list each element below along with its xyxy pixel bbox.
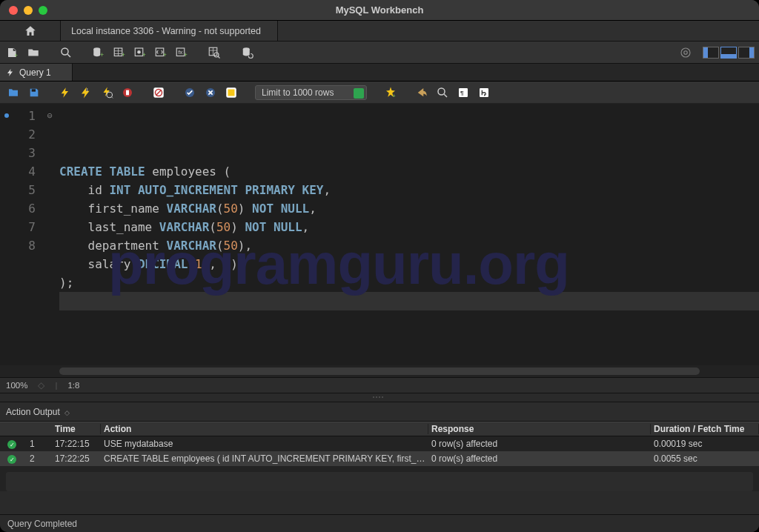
lightning-icon (6, 68, 15, 77)
svg-text:+: + (100, 52, 104, 59)
rollback-button[interactable] (203, 85, 218, 100)
toggle-invisible-button[interactable] (435, 85, 450, 100)
action-output-grid: Time Action Response Duration / Fetch Ti… (0, 422, 759, 491)
svg-rect-29 (228, 89, 235, 96)
toggle-bottom-panel[interactable] (720, 47, 737, 59)
grid-row[interactable]: ✓ 1 17:22:15 USE mydatabase 0 row(s) aff… (0, 436, 759, 451)
svg-text:+: + (163, 52, 167, 59)
minimize-window-button[interactable] (24, 6, 33, 15)
row-index: 2 (27, 453, 52, 464)
snippets-button[interactable] (477, 85, 491, 100)
cursor-position: 1:8 (67, 381, 79, 390)
explain-button[interactable] (99, 85, 114, 100)
open-file-button[interactable] (6, 85, 21, 100)
toggle-right-panel[interactable] (738, 47, 755, 59)
svg-text:+: + (393, 92, 397, 99)
toggle-autocommit-button[interactable] (151, 85, 166, 100)
settings-button[interactable] (677, 44, 694, 61)
connection-tab[interactable]: Local instance 3306 - Warning - not supp… (61, 21, 278, 41)
svg-point-1 (62, 48, 68, 55)
output-type-select[interactable]: Action Output (6, 407, 70, 417)
row-time: 17:22:25 (52, 453, 101, 464)
search-table-button[interactable] (206, 44, 222, 61)
toggle-wrap-button[interactable]: ¶ (456, 85, 471, 100)
title-bar: MySQL Workbench (0, 0, 759, 21)
row-duration: 0.0055 sec (651, 453, 759, 464)
main-toolbar: + + + + + fx+ (0, 41, 759, 64)
grid-row[interactable]: ✓ 2 17:22:25 CREATE TABLE employees ( id… (0, 451, 759, 466)
editor-toolbar: I Limit to 1000 rows + ¶ (0, 82, 759, 104)
query-tab[interactable]: Query 1 (0, 64, 73, 81)
svg-point-7 (137, 50, 141, 54)
svg-text:+: + (184, 52, 188, 59)
create-table-button[interactable]: + (111, 44, 127, 61)
svg-text:+: + (122, 52, 125, 59)
row-index: 1 (27, 439, 52, 449)
create-function-button[interactable]: fx+ (173, 44, 190, 61)
status-ok-icon: ✓ (7, 455, 16, 464)
home-tab[interactable] (0, 21, 61, 41)
row-response: 0 row(s) affected (428, 439, 651, 449)
toggle-left-panel[interactable] (703, 47, 719, 59)
col-duration[interactable]: Duration / Fetch Time (651, 424, 759, 434)
toggle-limits-button[interactable] (224, 85, 239, 100)
open-sql-button[interactable] (25, 44, 42, 61)
beautify-button[interactable]: + (383, 85, 398, 100)
svg-rect-23 (126, 90, 129, 95)
svg-point-17 (681, 48, 690, 57)
find-button[interactable] (414, 85, 429, 100)
connection-tab-bar: Local instance 3306 - Warning - not supp… (0, 21, 759, 41)
editor-horizontal-scrollbar[interactable] (0, 365, 759, 377)
stop-button[interactable] (120, 85, 135, 100)
app-title: MySQL Workbench (0, 4, 759, 16)
editor-status-bar: 100% ◇ | 1:8 (0, 377, 759, 393)
execute-current-button[interactable]: I (79, 85, 93, 100)
window-status-bar: Query Completed (0, 514, 759, 532)
create-view-button[interactable]: + (132, 44, 148, 61)
row-limit-select[interactable]: Limit to 1000 rows (255, 85, 367, 100)
row-limit-label: Limit to 1000 rows (262, 87, 334, 98)
commit-button[interactable] (182, 85, 197, 100)
horizontal-splitter[interactable] (0, 393, 759, 402)
svg-point-15 (214, 53, 219, 57)
query-tab-bar: Query 1 (0, 64, 759, 82)
grid-header-row: Time Action Response Duration / Fetch Ti… (0, 422, 759, 436)
svg-text:+: + (142, 52, 146, 59)
execute-button[interactable] (58, 85, 73, 100)
line-gutter: 12345678 (0, 104, 43, 365)
row-response: 0 row(s) affected (428, 453, 651, 464)
svg-text:+: + (14, 52, 18, 59)
svg-rect-19 (32, 89, 36, 91)
code-area[interactable]: programguru.org CREATE TABLE employees (… (56, 104, 759, 365)
svg-text:I: I (87, 86, 88, 93)
app-window: MySQL Workbench Local instance 3306 - Wa… (0, 0, 759, 532)
output-panel-header: Action Output (0, 402, 759, 422)
sql-editor[interactable]: 12345678 ⊖ programguru.org CREATE TABLE … (0, 104, 759, 365)
status-text: Query Completed (7, 519, 77, 529)
fold-gutter: ⊖ (43, 104, 56, 365)
svg-point-31 (438, 88, 445, 95)
home-icon (24, 24, 37, 38)
new-sql-tab-button[interactable]: + (4, 44, 21, 61)
col-time[interactable]: Time (52, 424, 101, 434)
row-duration: 0.00019 sec (651, 439, 759, 449)
status-ok-icon: ✓ (7, 440, 16, 449)
panel-toggle-group (703, 47, 755, 59)
create-schema-button[interactable]: + (90, 44, 107, 61)
row-action: USE mydatabase (101, 439, 428, 449)
zoom-window-button[interactable] (39, 6, 47, 15)
row-action: CREATE TABLE employees ( id INT AUTO_INC… (101, 453, 428, 464)
close-window-button[interactable] (9, 6, 18, 15)
zoom-level[interactable]: 100% (6, 381, 27, 390)
query-tab-label: Query 1 (19, 67, 51, 78)
zoom-divider: ◇ (38, 380, 44, 390)
reconnect-button[interactable] (239, 44, 255, 61)
create-procedure-button[interactable]: + (153, 44, 169, 61)
save-file-button[interactable] (27, 85, 42, 100)
col-action[interactable]: Action (101, 424, 428, 434)
row-time: 17:22:15 (52, 439, 101, 449)
col-response[interactable]: Response (428, 424, 651, 434)
svg-text:fx: fx (179, 49, 183, 56)
inspector-button[interactable] (58, 44, 74, 61)
grid-footer-bar (6, 472, 753, 491)
